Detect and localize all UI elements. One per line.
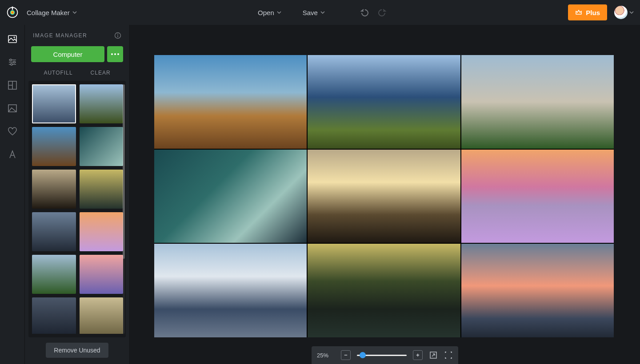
thumbnail[interactable]	[32, 255, 76, 294]
save-label: Save	[303, 9, 318, 16]
collage-cell[interactable]	[154, 55, 307, 149]
svg-point-6	[11, 63, 12, 65]
save-menu[interactable]: Save	[303, 9, 325, 16]
collage-cell[interactable]	[308, 55, 460, 149]
rail-favorites[interactable]	[7, 126, 18, 137]
fit-screen-icon[interactable]	[429, 351, 438, 360]
undo-redo-group	[360, 8, 387, 17]
heart-icon	[8, 127, 17, 136]
minus-icon	[344, 353, 348, 357]
rail-text[interactable]	[7, 149, 18, 160]
plus-icon	[416, 353, 420, 357]
collage-cell[interactable]	[461, 150, 614, 243]
panel-title: IMAGE MANAGER	[33, 32, 87, 39]
collage-stage[interactable]	[154, 55, 614, 337]
svg-point-4	[10, 59, 12, 61]
logo-icon	[6, 6, 19, 19]
open-label: Open	[258, 9, 274, 16]
rail-patterns[interactable]	[7, 103, 18, 114]
thumbnail[interactable]	[32, 127, 76, 166]
collage-cell[interactable]	[461, 244, 614, 337]
thumbnail[interactable]	[80, 297, 124, 334]
image-manager-panel: IMAGE MANAGER Computer AUTOFILL CLEAR Re…	[25, 25, 130, 364]
image-icon	[8, 34, 17, 44]
svg-point-3	[13, 36, 15, 38]
app-logo[interactable]	[6, 6, 19, 19]
sliders-icon	[8, 57, 17, 67]
app-switcher[interactable]: Collage Maker	[27, 9, 77, 16]
crown-icon	[575, 9, 582, 16]
zoom-slider[interactable]	[357, 351, 407, 360]
zoom-bar: 25%	[312, 346, 458, 364]
collage-cell[interactable]	[154, 150, 307, 243]
text-icon	[8, 150, 17, 159]
canvas-area: 25%	[130, 25, 640, 364]
thumbnail[interactable]	[32, 170, 76, 209]
svg-point-10	[117, 34, 118, 35]
rail-image-manager[interactable]	[7, 34, 18, 44]
thumbnail[interactable]	[32, 212, 76, 251]
svg-point-1	[10, 10, 15, 15]
chevron-down-icon	[72, 10, 77, 15]
svg-point-5	[13, 61, 15, 63]
plus-label: Plus	[586, 9, 600, 16]
chevron-down-icon	[277, 10, 281, 15]
upgrade-plus-button[interactable]: Plus	[568, 4, 607, 20]
top-right: Plus	[568, 4, 634, 20]
collage-cell[interactable]	[461, 55, 614, 149]
app-body: IMAGE MANAGER Computer AUTOFILL CLEAR Re…	[0, 25, 640, 364]
layout-icon	[8, 80, 17, 90]
thumbnail[interactable]	[80, 255, 124, 294]
redo-icon[interactable]	[378, 8, 387, 17]
pattern-icon	[8, 103, 17, 113]
info-icon[interactable]	[114, 32, 121, 39]
tool-rail	[0, 25, 25, 364]
collage-cell[interactable]	[154, 244, 307, 337]
upload-computer-button[interactable]: Computer	[31, 46, 104, 62]
zoom-in-button[interactable]	[413, 350, 423, 360]
thumbnail[interactable]	[80, 212, 124, 251]
remove-unused-button[interactable]: Remove Unused	[46, 343, 108, 358]
rail-adjustments[interactable]	[7, 57, 18, 67]
app-name: Collage Maker	[27, 9, 70, 16]
thumbnail[interactable]	[80, 84, 124, 123]
undo-icon[interactable]	[360, 8, 368, 17]
autofill-clear-row: AUTOFILL CLEAR	[25, 65, 129, 78]
thumbnail[interactable]	[80, 170, 124, 209]
open-menu[interactable]: Open	[258, 9, 281, 16]
zoom-knob[interactable]	[360, 352, 366, 358]
top-bar: Collage Maker Open Save Plus	[0, 0, 640, 25]
upload-more-button[interactable]	[107, 46, 123, 62]
rail-layouts[interactable]	[7, 80, 18, 91]
uploader-row: Computer	[25, 40, 129, 65]
fullscreen-icon[interactable]	[444, 351, 453, 360]
thumbnail[interactable]	[32, 297, 76, 334]
collage-cell[interactable]	[308, 150, 460, 243]
ellipsis-icon	[111, 53, 119, 55]
thumbnail-scrollbar[interactable]	[123, 84, 125, 334]
chevron-down-icon	[629, 10, 634, 15]
remove-unused-row: Remove Unused	[25, 337, 129, 364]
panel-header: IMAGE MANAGER	[25, 25, 129, 40]
top-center: Open Save	[85, 8, 560, 17]
clear-button[interactable]: CLEAR	[88, 69, 113, 76]
thumbnail[interactable]	[80, 127, 124, 166]
collage-cell[interactable]	[308, 244, 460, 337]
zoom-value: 25%	[317, 352, 335, 359]
thumbnail-list	[28, 81, 126, 337]
zoom-out-button[interactable]	[341, 350, 351, 360]
chevron-down-icon	[320, 10, 325, 15]
avatar	[614, 6, 628, 19]
account-menu[interactable]	[614, 6, 634, 19]
thumbnail[interactable]	[32, 84, 76, 123]
autofill-button[interactable]: AUTOFILL	[41, 69, 75, 76]
